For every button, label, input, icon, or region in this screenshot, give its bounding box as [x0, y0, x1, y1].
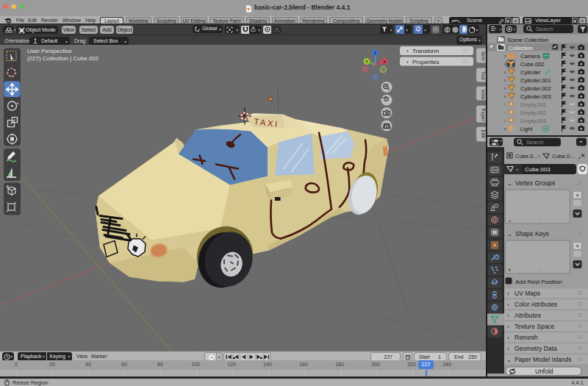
svg-text:User Perspective: User Perspective	[27, 48, 72, 54]
svg-text:›: ›	[504, 110, 506, 116]
svg-text:Properties: Properties	[412, 58, 439, 65]
svg-text:›: ›	[504, 126, 506, 132]
svg-text:›: ›	[504, 61, 506, 68]
svg-text:Camera: Camera	[520, 53, 541, 60]
svg-text:Color Attributes: Color Attributes	[514, 301, 557, 308]
svg-text:›: ›	[504, 69, 506, 76]
svg-text:›: ›	[406, 58, 409, 65]
svg-text:UV Maps: UV Maps	[514, 290, 540, 297]
svg-text:Transform: Transform	[412, 48, 439, 54]
svg-text:Cube.002: Cube.002	[520, 61, 545, 68]
svg-text:+: +	[576, 243, 579, 250]
svg-text:View: View	[481, 89, 486, 99]
svg-text:Cylinder.001: Cylinder.001	[520, 77, 551, 84]
svg-text:Light: Light	[520, 126, 533, 132]
svg-text:Search: Search	[526, 139, 544, 146]
svg-text:⌄: ⌄	[507, 231, 512, 237]
svg-text:Unfold: Unfold	[535, 368, 553, 375]
svg-text:›: ›	[504, 53, 506, 60]
svg-text::::: :::	[537, 268, 541, 272]
svg-text:Cylinder.002: Cylinder.002	[520, 85, 551, 92]
svg-text:Cylinder: Cylinder	[520, 69, 541, 76]
svg-text:X: X	[383, 59, 386, 63]
svg-text:›: ›	[406, 48, 409, 54]
svg-text:Cylinder.003: Cylinder.003	[520, 93, 551, 100]
svg-text:Add Rest Position: Add Rest Position	[515, 279, 562, 285]
svg-text:Shape Keys: Shape Keys	[515, 230, 549, 237]
svg-text:Remesh: Remesh	[514, 334, 538, 341]
svg-text:Vertex Groups: Vertex Groups	[515, 179, 555, 187]
svg-text:+: +	[576, 192, 579, 199]
svg-text:›: ›	[507, 290, 509, 297]
svg-text:›: ›	[504, 93, 506, 100]
svg-text:›: ›	[504, 118, 506, 124]
svg-text:›: ›	[507, 324, 509, 330]
svg-text:Cube.0...: Cube.0...	[552, 153, 574, 160]
svg-text:Empty.002: Empty.002	[520, 110, 546, 116]
svg-text:⌄: ⌄	[506, 357, 512, 363]
svg-text:›: ›	[507, 335, 509, 341]
svg-text::::: :::	[537, 218, 541, 222]
svg-text:›: ›	[504, 77, 506, 84]
svg-text:Y: Y	[365, 59, 368, 63]
svg-text:Tool: Tool	[481, 71, 486, 79]
svg-text:›: ›	[507, 301, 509, 308]
svg-text:Cube.0...: Cube.0...	[515, 153, 537, 160]
svg-text:Empty.003: Empty.003	[520, 118, 546, 124]
svg-text:Z: Z	[374, 50, 377, 54]
svg-text:Paper: Paper	[480, 108, 486, 121]
svg-text:›: ›	[504, 85, 506, 92]
svg-text:Edit: Edit	[481, 129, 486, 137]
svg-text:Item: Item	[481, 51, 486, 61]
svg-text:›: ›	[507, 346, 509, 352]
svg-text:Paper Model Islands: Paper Model Islands	[514, 356, 572, 363]
svg-text:Empty.001: Empty.001	[520, 101, 546, 108]
svg-text:Geometry Data: Geometry Data	[514, 345, 557, 352]
svg-text:Attributes: Attributes	[514, 312, 541, 319]
svg-text:›: ›	[504, 101, 506, 108]
svg-text:(227) Collection | Cube.002: (227) Collection | Cube.002	[27, 55, 99, 62]
svg-text:Collection: Collection	[509, 45, 533, 51]
svg-text:Scene Collection: Scene Collection	[507, 37, 548, 43]
svg-text:Cube.003: Cube.003	[525, 166, 551, 173]
svg-text:⌄: ⌄	[507, 180, 512, 187]
svg-text:Texture Space: Texture Space	[514, 323, 555, 330]
svg-text:Search: Search	[536, 26, 553, 32]
svg-text:›: ›	[538, 153, 540, 160]
svg-text:›: ›	[507, 312, 509, 319]
